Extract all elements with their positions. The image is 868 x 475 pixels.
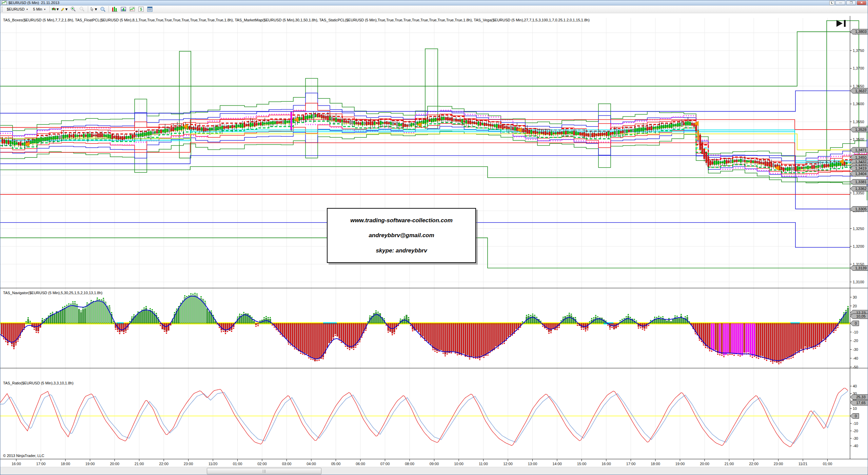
mini-chart-button[interactable] [129, 6, 136, 13]
instrument-label: $EURUSD [7, 7, 25, 11]
interval-selector[interactable]: 5 Min ▼ [32, 6, 48, 12]
svg-text:0: 0 [855, 321, 857, 325]
scrollbar-thumb[interactable] [207, 468, 321, 474]
data-box-button[interactable] [99, 6, 106, 13]
svg-text:$: $ [140, 7, 142, 11]
time-axis: 16:0017:0018:0019:0020:0021:0022:0023:00… [12, 459, 832, 466]
watermark-email: andreybbrv@gmail.com [369, 232, 434, 239]
chart-app-icon [2, 1, 7, 5]
market-analyzer-icon [121, 6, 126, 12]
time-tick-label: 08:00 [405, 462, 414, 466]
axis-tick-label: -10 [853, 421, 858, 425]
svg-text:10,05: 10,05 [856, 314, 866, 318]
zoom-in-button[interactable] [70, 6, 77, 13]
navigator-panel [0, 293, 850, 364]
time-tick-label: 22:00 [749, 462, 758, 466]
price-tag: 1,3450 [850, 155, 868, 160]
magnifier-icon [100, 6, 105, 12]
axis-tick-label: -20 [853, 429, 858, 433]
properties-button[interactable] [146, 6, 154, 13]
chevron-down-icon: ▼ [64, 7, 68, 11]
axis-tick-label: 1,3600 [853, 102, 864, 106]
price-tag: 1,3471 [850, 147, 868, 152]
axis-tick-label: -10 [853, 330, 858, 334]
time-tick-label: 17:00 [36, 462, 46, 466]
ratio-panel-label: TAS_Ratio($EURUSD (5 Min),3,3,10,1.8h) [3, 381, 74, 385]
axis-tick-label: 20 [853, 304, 857, 308]
chevron-down-icon: ▼ [94, 7, 98, 11]
price-tag: 1,3305 [850, 206, 868, 211]
time-tick-label: 18:00 [61, 462, 70, 466]
toolbar-separator [50, 6, 50, 12]
mini-chart-icon [130, 6, 135, 12]
time-tick-label: 03:00 [282, 462, 292, 466]
minimize-button[interactable]: — [835, 1, 845, 5]
title-bar[interactable]: $EURUSD (5 Min) 21.11.2013 L — ❐ ✕ [0, 0, 868, 5]
price-tag: 1,3637 [850, 88, 868, 93]
time-tick-label: 15:00 [577, 462, 587, 466]
time-tick-label: 07:00 [380, 462, 390, 466]
price-tag: 10,05 [850, 314, 868, 319]
ninjatrader-chart-window: $EURUSD (5 Min) 21.11.2013 L — ❐ ✕ $EURU… [0, 0, 868, 475]
data-series-icon [112, 6, 117, 12]
indicator-header: TAS_Boxes($EURUSD (5 Min),7,7,2,1.8h), T… [3, 18, 590, 22]
watermark-website: www.trading-software-collection.com [350, 217, 453, 224]
restore-button[interactable]: ❐ [846, 1, 856, 5]
close-button[interactable]: ✕ [857, 1, 866, 5]
cursor-icon [90, 6, 94, 12]
horizontal-scrollbar[interactable] [0, 467, 868, 475]
toolbar: $EURUSD ▼ 5 Min ▼ ▼ ▼ [0, 5, 868, 13]
time-tick-label: 21:00 [725, 462, 734, 466]
time-tick-label: 16:00 [12, 462, 21, 466]
axis-tick-label: 1,3100 [853, 280, 864, 284]
market-analyzer-button[interactable] [120, 6, 127, 13]
chart-style-button[interactable]: ▼ [52, 6, 59, 13]
dollar-icon: $ [138, 6, 144, 12]
axis-tick-label: 40 [853, 384, 857, 388]
ratio-red-line [0, 388, 848, 447]
axis-tick-label: 1,3200 [853, 244, 864, 248]
chevron-down-icon: ▼ [26, 8, 28, 11]
price-tag: 0 [850, 321, 859, 326]
link-button[interactable]: L [829, 1, 835, 5]
time-tick-label: 10:00 [454, 462, 463, 466]
axis-tick-label: 1,3550 [853, 120, 864, 124]
chart-area[interactable]: 1,38001,37501,37001,36501,36001,35501,35… [0, 13, 868, 467]
time-tick-label: 12:00 [503, 462, 513, 466]
price-tag: 1,3362 [850, 186, 868, 191]
instrument-selector[interactable]: $EURUSD ▼ [5, 6, 30, 12]
drawing-tools-button[interactable]: ▼ [61, 6, 68, 13]
pencil-icon [61, 6, 64, 12]
ratio-panel [0, 388, 850, 447]
time-tick-label: 20:00 [700, 462, 709, 466]
axis-tick-label: 30 [853, 295, 857, 299]
axis-tick-label: -40 [853, 444, 858, 448]
toolbar-separator [88, 6, 88, 12]
time-tick-label: 21:00 [135, 462, 144, 466]
axis-tick-label: -20 [853, 339, 858, 343]
cursor-button[interactable]: ▼ [90, 6, 98, 13]
zoom-in-icon [71, 6, 76, 12]
toolbar-grip[interactable] [2, 6, 3, 12]
time-tick-label: 22:00 [159, 462, 169, 466]
svg-text:1,3419: 1,3419 [855, 166, 867, 170]
zoom-out-button[interactable] [78, 6, 86, 13]
navigator-panel-label: TAS_Navigator($EURUSD (5 Min),5,30,25,1,… [3, 291, 102, 295]
time-tick-label: 11:00 [479, 462, 488, 466]
session-boxes [179, 21, 859, 166]
price-tag: 0 [850, 414, 859, 419]
account-button[interactable]: $ [137, 6, 145, 13]
go-to-end-marker [836, 20, 846, 27]
time-tick-label: 23:00 [774, 462, 783, 466]
time-tick-label: 05:00 [331, 462, 341, 466]
svg-text:17,65: 17,65 [856, 401, 866, 405]
time-tick-label: 23:00 [184, 462, 193, 466]
time-tick-label: 11/21 [798, 462, 808, 466]
data-series-button[interactable] [111, 6, 118, 13]
time-tick-label: 09:00 [430, 462, 439, 466]
scrollbar-grip-icon [263, 470, 265, 473]
svg-text:1,3528: 1,3528 [855, 128, 867, 132]
axis-tick-label: -40 [853, 356, 858, 360]
time-tick-label: 18:00 [651, 462, 660, 466]
time-tick-label: 14:00 [552, 462, 562, 466]
